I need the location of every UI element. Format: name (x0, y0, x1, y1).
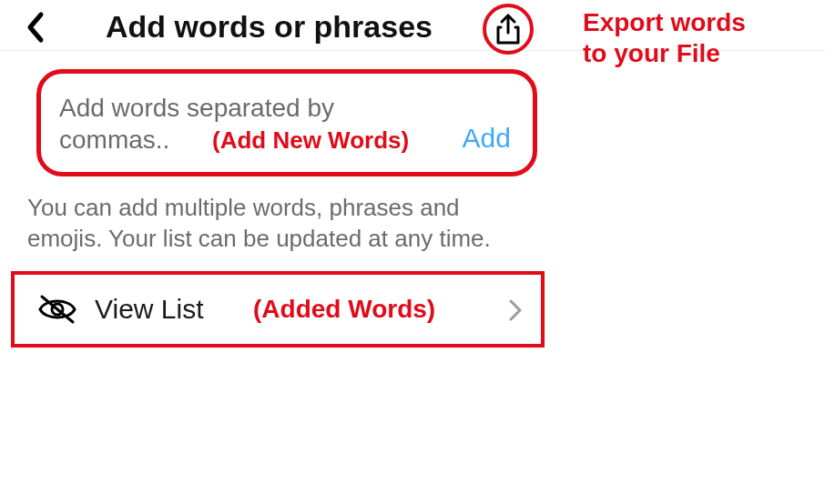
page-title: Add words or phrases (106, 9, 433, 45)
chevron-right-icon (508, 298, 523, 322)
annotation-export-line1: Export words (583, 8, 746, 36)
share-export-icon (494, 13, 523, 45)
add-words-section: Add words separated by commas.. (Add New… (36, 69, 537, 176)
export-button[interactable] (483, 4, 534, 55)
placeholder-line2: commas.. (59, 126, 169, 154)
annotation-export-line2: to your File (583, 39, 720, 67)
annotation-add-new-words: (Add New Words) (212, 126, 409, 155)
add-words-input-container[interactable]: Add words separated by commas.. (Add New… (36, 69, 537, 176)
view-list-row[interactable]: View List (Added Words) (11, 271, 545, 348)
back-button[interactable] (18, 11, 51, 44)
view-list-label: View List (95, 294, 204, 325)
placeholder-line1: Add words separated by (59, 94, 334, 122)
annotation-export: Export words to your File (583, 7, 746, 68)
eye-off-icon (36, 293, 78, 326)
add-button[interactable]: Add (463, 123, 511, 154)
annotation-added-words: (Added Words) (253, 295, 435, 324)
helper-text: You can add multiple words, phrases and … (27, 193, 537, 255)
chevron-left-icon (25, 11, 45, 44)
